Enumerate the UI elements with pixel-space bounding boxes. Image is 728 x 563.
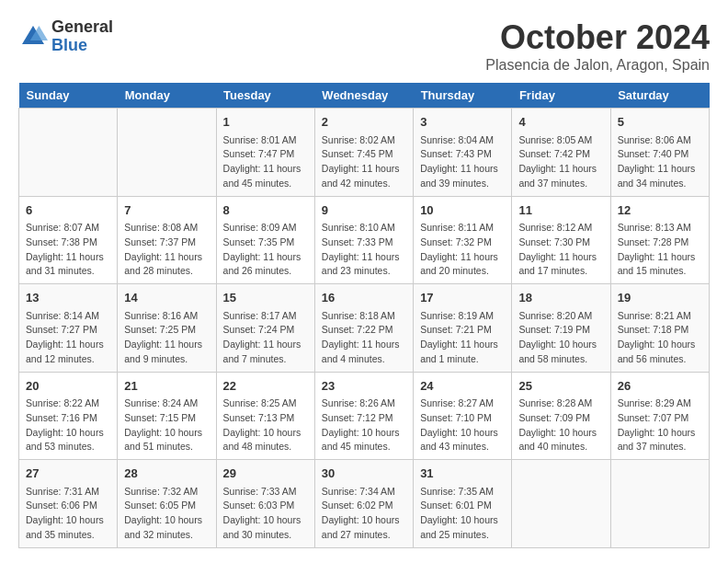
calendar-cell: 2Sunrise: 8:02 AMSunset: 7:45 PMDaylight… [314,109,413,197]
cell-content: Sunrise: 8:11 AMSunset: 7:32 PMDaylight:… [420,221,505,279]
month-title: October 2024 [485,18,710,57]
cell-content: Sunrise: 7:35 AMSunset: 6:01 PMDaylight:… [420,485,505,543]
header-saturday: Saturday [610,83,709,109]
day-number: 11 [518,201,603,220]
header-thursday: Thursday [414,83,512,109]
calendar-cell [512,460,610,548]
cell-content: Sunrise: 8:12 AMSunset: 7:30 PMDaylight:… [518,221,603,279]
day-number: 9 [322,201,406,220]
calendar-cell: 29Sunrise: 7:33 AMSunset: 6:03 PMDayligh… [216,460,314,548]
day-number: 26 [618,377,702,396]
day-number: 2 [322,113,406,132]
calendar-cell: 20Sunrise: 8:22 AMSunset: 7:16 PMDayligh… [19,372,118,460]
cell-content: Sunrise: 8:07 AMSunset: 7:38 PMDaylight:… [26,221,110,279]
calendar-cell: 11Sunrise: 8:12 AMSunset: 7:30 PMDayligh… [512,196,610,284]
cell-content: Sunrise: 8:24 AMSunset: 7:15 PMDaylight:… [124,396,209,454]
day-number: 24 [420,377,505,396]
calendar-cell: 9Sunrise: 8:10 AMSunset: 7:33 PMDaylight… [314,196,413,284]
cell-content: Sunrise: 8:02 AMSunset: 7:45 PMDaylight:… [322,133,406,191]
calendar-cell: 21Sunrise: 8:24 AMSunset: 7:15 PMDayligh… [118,372,216,460]
cell-content: Sunrise: 8:20 AMSunset: 7:19 PMDaylight:… [518,309,603,367]
calendar-cell: 19Sunrise: 8:21 AMSunset: 7:18 PMDayligh… [610,284,709,373]
day-number: 12 [618,201,702,220]
calendar-cell: 26Sunrise: 8:29 AMSunset: 7:07 PMDayligh… [610,372,709,460]
cell-content: Sunrise: 8:22 AMSunset: 7:16 PMDaylight:… [26,396,110,454]
header-tuesday: Tuesday [216,83,314,109]
header-monday: Monday [118,83,216,109]
day-number: 17 [420,289,505,307]
day-number: 15 [223,289,308,307]
cell-content: Sunrise: 8:10 AMSunset: 7:33 PMDaylight:… [322,221,406,279]
calendar-cell: 10Sunrise: 8:11 AMSunset: 7:32 PMDayligh… [414,196,512,284]
day-number: 20 [26,377,110,396]
day-number: 23 [322,377,406,396]
calendar-cell: 3Sunrise: 8:04 AMSunset: 7:43 PMDaylight… [414,109,512,197]
calendar-week-row: 1Sunrise: 8:01 AMSunset: 7:47 PMDaylight… [19,109,710,197]
day-number: 21 [124,377,209,396]
cell-content: Sunrise: 8:05 AMSunset: 7:42 PMDaylight:… [518,133,603,191]
calendar-week-row: 13Sunrise: 8:14 AMSunset: 7:27 PMDayligh… [19,284,710,373]
cell-content: Sunrise: 7:32 AMSunset: 6:05 PMDaylight:… [124,485,209,543]
page-header: General Blue October 2024 Plasencia de J… [18,18,710,74]
cell-content: Sunrise: 8:18 AMSunset: 7:22 PMDaylight:… [322,309,406,367]
day-number: 14 [124,289,209,307]
day-number: 4 [518,113,603,132]
cell-content: Sunrise: 8:27 AMSunset: 7:10 PMDaylight:… [420,396,505,454]
calendar-body: 1Sunrise: 8:01 AMSunset: 7:47 PMDaylight… [19,109,710,548]
cell-content: Sunrise: 8:29 AMSunset: 7:07 PMDaylight:… [618,396,702,454]
day-number: 28 [124,465,209,483]
day-number: 22 [223,377,308,396]
calendar-cell: 28Sunrise: 7:32 AMSunset: 6:05 PMDayligh… [118,460,216,548]
calendar-cell: 18Sunrise: 8:20 AMSunset: 7:19 PMDayligh… [512,284,610,373]
calendar-week-row: 20Sunrise: 8:22 AMSunset: 7:16 PMDayligh… [19,372,710,460]
day-number: 1 [223,113,308,132]
calendar-cell: 25Sunrise: 8:28 AMSunset: 7:09 PMDayligh… [512,372,610,460]
calendar-header: SundayMondayTuesdayWednesdayThursdayFrid… [19,83,710,109]
calendar-cell [610,460,709,548]
calendar-cell: 1Sunrise: 8:01 AMSunset: 7:47 PMDaylight… [216,109,314,197]
cell-content: Sunrise: 8:14 AMSunset: 7:27 PMDaylight:… [26,309,110,367]
day-number: 10 [420,201,505,220]
cell-content: Sunrise: 8:25 AMSunset: 7:13 PMDaylight:… [223,396,308,454]
cell-content: Sunrise: 8:09 AMSunset: 7:35 PMDaylight:… [223,221,308,279]
day-number: 29 [223,465,308,483]
cell-content: Sunrise: 8:01 AMSunset: 7:47 PMDaylight:… [223,133,308,191]
calendar-table: SundayMondayTuesdayWednesdayThursdayFrid… [18,83,710,548]
cell-content: Sunrise: 7:34 AMSunset: 6:02 PMDaylight:… [322,485,406,543]
calendar-cell: 16Sunrise: 8:18 AMSunset: 7:22 PMDayligh… [314,284,413,373]
day-number: 6 [26,201,110,220]
calendar-cell: 23Sunrise: 8:26 AMSunset: 7:12 PMDayligh… [314,372,413,460]
calendar-cell: 17Sunrise: 8:19 AMSunset: 7:21 PMDayligh… [414,284,512,373]
day-number: 19 [618,289,702,307]
calendar-cell: 14Sunrise: 8:16 AMSunset: 7:25 PMDayligh… [118,284,216,373]
calendar-cell: 15Sunrise: 8:17 AMSunset: 7:24 PMDayligh… [216,284,314,373]
logo-text: General Blue [51,18,113,55]
cell-content: Sunrise: 8:26 AMSunset: 7:12 PMDaylight:… [322,396,406,454]
calendar-cell: 7Sunrise: 8:08 AMSunset: 7:37 PMDaylight… [118,196,216,284]
logo-general-text: General [51,18,113,37]
cell-content: Sunrise: 8:13 AMSunset: 7:28 PMDaylight:… [618,221,702,279]
day-number: 5 [618,113,702,132]
logo-blue-text: Blue [51,37,113,55]
day-number: 3 [420,113,505,132]
cell-content: Sunrise: 8:28 AMSunset: 7:09 PMDaylight:… [518,396,603,454]
logo-icon [18,22,48,52]
calendar-cell: 5Sunrise: 8:06 AMSunset: 7:40 PMDaylight… [610,109,709,197]
day-number: 8 [223,201,308,220]
calendar-cell: 24Sunrise: 8:27 AMSunset: 7:10 PMDayligh… [414,372,512,460]
day-number: 18 [518,289,603,307]
header-friday: Friday [512,83,610,109]
cell-content: Sunrise: 8:08 AMSunset: 7:37 PMDaylight:… [124,221,209,279]
calendar-week-row: 27Sunrise: 7:31 AMSunset: 6:06 PMDayligh… [19,460,710,548]
calendar-cell: 22Sunrise: 8:25 AMSunset: 7:13 PMDayligh… [216,372,314,460]
day-number: 30 [322,465,406,483]
calendar-cell [19,109,118,197]
location-text: Plasencia de Jalon, Aragon, Spain [485,57,710,74]
cell-content: Sunrise: 8:19 AMSunset: 7:21 PMDaylight:… [420,309,505,367]
title-block: October 2024 Plasencia de Jalon, Aragon,… [485,18,710,74]
calendar-cell [118,109,216,197]
calendar-cell: 6Sunrise: 8:07 AMSunset: 7:38 PMDaylight… [19,196,118,284]
calendar-cell: 31Sunrise: 7:35 AMSunset: 6:01 PMDayligh… [414,460,512,548]
cell-content: Sunrise: 7:33 AMSunset: 6:03 PMDaylight:… [223,485,308,543]
cell-content: Sunrise: 8:21 AMSunset: 7:18 PMDaylight:… [618,309,702,367]
